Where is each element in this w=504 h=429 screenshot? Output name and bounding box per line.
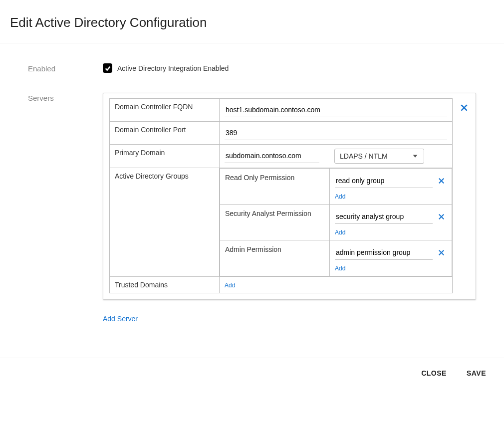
close-icon [438,249,445,256]
port-label: Domain Controller Port [110,122,220,145]
chevron-down-icon [412,153,419,160]
remove-group-button-0[interactable] [436,176,447,187]
close-icon [438,177,445,185]
close-icon [460,103,469,112]
page-header: Edit Active Directory Configuration [0,0,504,43]
auth-mode-select[interactable]: LDAPS / NTLM [334,149,424,164]
trusted-domains-label: Trusted Domains [110,277,220,293]
enabled-row: Enabled Active Directory Integration Ena… [28,63,476,73]
perm-label-2: Admin Permission [220,240,330,276]
add-server-link[interactable]: Add Server [103,315,138,323]
save-button[interactable]: SAVE [467,369,486,377]
fqdn-label: Domain Controller FQDN [110,99,220,122]
perm-label-0: Read Only Permission [220,169,330,205]
primary-domain-input[interactable] [225,149,319,163]
servers-label: Servers [28,93,103,102]
remove-group-button-1[interactable] [436,212,447,222]
auth-mode-value: LDAPS / NTLM [340,152,388,160]
fqdn-input[interactable] [225,103,447,117]
servers-row: Servers Domain Controller FQDN [28,93,476,323]
close-icon [438,213,445,220]
check-icon [104,65,111,72]
group-input-0[interactable] [335,174,433,188]
page-title: Edit Active Directory Configuration [10,15,494,30]
group-input-2[interactable] [335,245,433,260]
perm-label-1: Security Analyst Permission [220,205,330,240]
groups-label: Active Directory Groups [110,168,220,277]
group-input-1[interactable] [335,210,433,224]
content-area: Enabled Active Directory Integration Ena… [0,43,504,358]
port-input[interactable] [225,126,447,140]
primary-domain-label: Primary Domain [110,145,220,168]
enabled-checkbox-label: Active Directory Integration Enabled [117,64,229,72]
remove-group-button-2[interactable] [436,247,447,258]
server-table: Domain Controller FQDN Domain Controller… [109,98,453,293]
groups-table: Read Only Permission [220,168,452,276]
enabled-checkbox[interactable] [103,63,112,73]
server-card: Domain Controller FQDN Domain Controller… [103,93,476,300]
remove-server-button[interactable] [459,102,470,113]
enabled-label: Enabled [28,63,103,73]
add-trusted-domain-link[interactable]: Add [225,282,235,289]
footer: CLOSE SAVE [0,358,504,388]
close-button[interactable]: CLOSE [421,369,447,377]
svg-marker-0 [413,155,418,157]
add-group-link-0[interactable]: Add [335,193,345,200]
add-group-link-1[interactable]: Add [335,229,345,236]
add-group-link-2[interactable]: Add [335,265,345,272]
